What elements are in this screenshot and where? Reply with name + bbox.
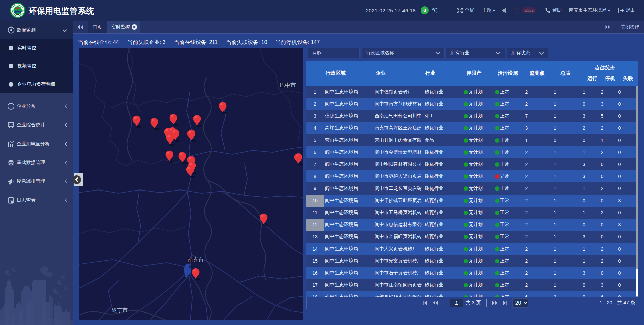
table-row[interactable]: 10阆中生态环境局阆中千佛镇五郎垭页岩砖瓦行业无计划正常21003 bbox=[306, 195, 636, 207]
row-index: 8 bbox=[306, 170, 324, 182]
table-row[interactable]: 15阆中生态环境局阆中市光富页岩机砖厂砖瓦行业无计划正常21120 bbox=[306, 255, 636, 267]
sidebar-item-4[interactable]: 基础数据管理 bbox=[0, 153, 73, 172]
table-row[interactable]: 13阆中生态环境局阆中市金福旺页岩机砖砖瓦行业无计划正常21300 bbox=[306, 231, 636, 243]
table-row[interactable]: 6阆中生态环境局阆中市金博瑞新型墙材砖瓦行业无计划正常21120 bbox=[306, 146, 636, 158]
cell-stop-status: 无计划 bbox=[459, 270, 491, 276]
table-row[interactable]: 16阆中生态环境局阆中市石子页岩机砖厂砖瓦行业无计划正常21300 bbox=[306, 267, 636, 279]
table-row[interactable]: 18南部生态环境局南部县砂华水泥有限公砖瓦行业无计划正常62060 bbox=[306, 291, 636, 297]
map-pin[interactable] bbox=[170, 114, 178, 126]
page-size-select[interactable]: 20 bbox=[512, 298, 528, 308]
industry-select[interactable]: 所有行业 bbox=[446, 48, 505, 58]
cell-lost: 0 bbox=[611, 294, 628, 297]
next-page-button[interactable] bbox=[492, 300, 498, 305]
table-row[interactable]: 8阆中生态环境局阆中市枣碧大梁山页岩砖瓦行业无计划异常21300 bbox=[306, 170, 636, 182]
table-scrollbar-thumb[interactable] bbox=[636, 269, 638, 296]
sidebar-item-3[interactable]: 企业用电量分析 bbox=[0, 134, 73, 153]
table-row[interactable]: 5营山生态环境局营山县润丰肉食品有限食品无计划正常10010 bbox=[306, 134, 636, 146]
map-pin[interactable] bbox=[193, 115, 202, 127]
cell-lost: 0 bbox=[611, 258, 628, 264]
fullscreen-button[interactable]: 全屏 bbox=[457, 7, 474, 14]
map-canvas bbox=[79, 48, 303, 320]
tab-home[interactable]: 首页 bbox=[88, 21, 107, 33]
cell-lost: 0 bbox=[611, 101, 628, 107]
tabs-scroll-right-button[interactable] bbox=[605, 25, 610, 29]
tabs-scroll-left-button[interactable] bbox=[73, 21, 88, 33]
cell-monitor: 2 bbox=[517, 101, 536, 107]
table-row[interactable]: 2阆中生态环境局阆中市南方节能建材有砖瓦行业无计划正常21030 bbox=[306, 98, 636, 110]
help-button[interactable]: 帮助 bbox=[545, 7, 562, 13]
cell-stop-status: 无计划 bbox=[459, 101, 491, 107]
sidebar-item-label: 应急减排管理 bbox=[17, 178, 45, 184]
treat-status-text: 正常 bbox=[500, 198, 509, 204]
stop-status-text: 无计划 bbox=[469, 113, 483, 119]
map-pin[interactable] bbox=[219, 102, 228, 114]
status-dot-icon bbox=[464, 162, 468, 167]
pagination-bar: 共 3 页 20 1 - 20 共 47 条 bbox=[306, 297, 639, 309]
stop-status-text: 无计划 bbox=[469, 173, 483, 179]
table-scrollbar[interactable] bbox=[636, 86, 638, 297]
org-dropdown[interactable]: 南充市生态环境局 bbox=[569, 7, 610, 13]
map-panel[interactable]: 巴中市南充市遂宁市 bbox=[79, 48, 303, 320]
region-select-placeholder: 行政区域名称 bbox=[366, 50, 394, 56]
sidebar-item-1[interactable]: 企业异常 bbox=[0, 97, 73, 116]
theme-dropdown[interactable]: 主题 bbox=[482, 7, 495, 13]
table-row[interactable]: 3仪陇生态环境局西南油气田分公司川中化工无计划正常71350 bbox=[306, 110, 636, 122]
cell-company: 西南油气田分公司川中 bbox=[373, 113, 422, 119]
table-row[interactable]: 11阆中生态环境局阆中市五马桥页岩机砖砖瓦行业无计划正常21120 bbox=[306, 207, 636, 219]
map-pin[interactable] bbox=[294, 153, 303, 166]
mute-button[interactable] bbox=[501, 8, 506, 13]
table-row[interactable]: 1阆中生态环境局阆中强锐页岩砖厂砖瓦行业无计划正常21120 bbox=[306, 86, 636, 98]
sidebar-item-6[interactable]: 日志查看 bbox=[0, 191, 73, 210]
status-select[interactable]: 所有状态 bbox=[507, 48, 548, 58]
table-row[interactable]: 12阆中生态环境局阆中市忠信建材有限公砖瓦行业无计划正常21003 bbox=[306, 219, 636, 231]
table-row[interactable]: 4高坪生态环境局南充市高坪区王家店建砖瓦行业无计划正常31220 bbox=[306, 122, 636, 134]
sidebar-submenu: 实时监控视频监控企业电力负荷明细 bbox=[0, 39, 73, 93]
cell-treat-status: 正常 bbox=[491, 101, 517, 107]
map-city-label: 巴中市 bbox=[280, 82, 296, 89]
first-page-button[interactable] bbox=[422, 300, 427, 305]
cell-stop-status: 无计划 bbox=[459, 125, 491, 131]
cell-stop-status: 无计划 bbox=[459, 246, 491, 252]
sidebar-group-data-monitor[interactable]: 数据监测 bbox=[0, 21, 73, 39]
tab-realtime-monitor[interactable]: 实时监控 bbox=[107, 21, 140, 33]
record-total-label: 共 47 条 bbox=[617, 300, 635, 306]
table-row[interactable]: 17阆中生态环境局阆中市江南镇阆南页岩砖瓦行业无计划正常21030 bbox=[306, 279, 636, 291]
map-pin[interactable] bbox=[179, 152, 187, 164]
map-pin[interactable] bbox=[166, 151, 174, 163]
cell-meter: 1 bbox=[536, 222, 574, 227]
alarm-bell-button[interactable]: 2632 bbox=[514, 7, 536, 14]
sidebar-item-5[interactable]: 应急减排管理 bbox=[0, 172, 73, 191]
map-pin[interactable] bbox=[151, 118, 159, 130]
prev-page-button[interactable] bbox=[433, 300, 438, 305]
tab-close-icon[interactable] bbox=[131, 24, 137, 30]
status-dot-icon bbox=[464, 114, 468, 118]
table-row[interactable]: 14阆中生态环境局阆中大兴页岩机砖厂砖瓦行业无计划正常21120 bbox=[306, 243, 636, 255]
col-header-stop: 停限产 bbox=[467, 70, 482, 76]
row-index: 10 bbox=[306, 195, 324, 207]
panel-collapse-button[interactable] bbox=[74, 173, 83, 186]
cell-industry: 砖瓦行业 bbox=[422, 294, 459, 297]
table-row[interactable]: 7阆中生态环境局阆中明阳建材有限公司砖瓦行业无计划正常21300 bbox=[306, 158, 636, 170]
sidebar-item-2[interactable]: 企业综合统计 bbox=[0, 116, 73, 134]
caret-down-icon bbox=[608, 10, 610, 11]
logout-button[interactable]: 退出 bbox=[618, 7, 635, 13]
cell-industry: 砖瓦行业 bbox=[422, 185, 459, 192]
cell-company: 阆中市忠信建材有限公 bbox=[373, 222, 422, 228]
region-select[interactable]: 行政区域名称 bbox=[362, 48, 445, 58]
collapse-left-icon bbox=[75, 177, 79, 182]
map-pin[interactable] bbox=[187, 130, 196, 142]
map-pin[interactable] bbox=[133, 116, 142, 128]
industry-select-value: 所有行业 bbox=[450, 50, 469, 56]
cell-monitor: 3 bbox=[517, 125, 536, 131]
col-header-point-status: 点位状态 bbox=[594, 65, 614, 71]
cell-monitor: 2 bbox=[517, 246, 536, 252]
status-dot-icon bbox=[464, 102, 468, 106]
close-operations-dropdown[interactable]: 关闭操作 bbox=[621, 24, 639, 30]
page-number-input[interactable] bbox=[450, 299, 463, 307]
last-page-button[interactable] bbox=[503, 300, 508, 305]
name-search-input[interactable] bbox=[312, 50, 355, 56]
cell-stop-status: 无计划 bbox=[459, 137, 491, 143]
cell-halt: 0 bbox=[594, 162, 611, 167]
table-row[interactable]: 9阆中生态环境局阆中市二龙长宝页岩砖砖瓦行业无计划正常21120 bbox=[306, 182, 636, 195]
stat-2: 当前失联企业: 3 bbox=[127, 39, 166, 46]
